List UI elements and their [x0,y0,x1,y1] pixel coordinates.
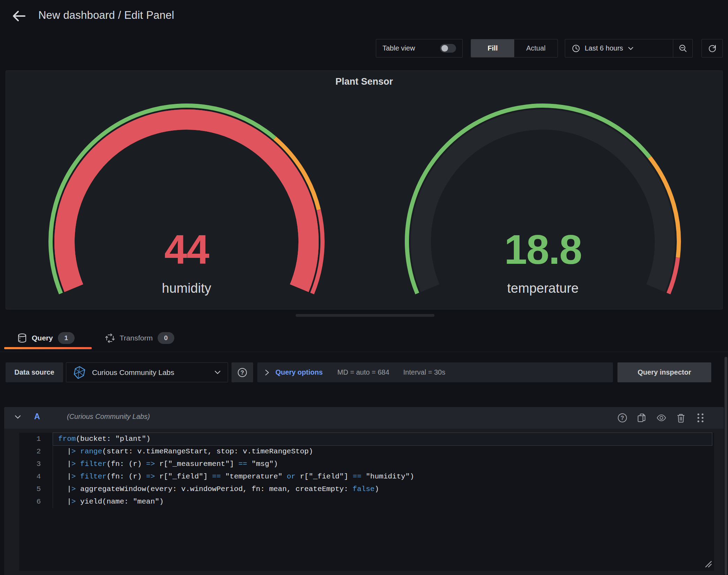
line-number: 1 [19,433,53,445]
clock-icon [572,45,580,52]
active-tab-indicator [4,347,92,349]
tab-transform-label: Transform [120,334,153,342]
code-text: |> aggregateWindow(every: v.windowPeriod… [53,483,712,496]
plant-sensor-panel: Plant Sensor 44 humidity 18.8 temperatur… [6,70,723,309]
toggle-visibility-button[interactable] [657,413,666,423]
code-line[interactable]: 2 |> range(start: v.timeRangeStart, stop… [19,445,714,458]
trash-icon [676,413,685,423]
fill-actual-segmented: Fill Actual [471,39,558,58]
query-options-link[interactable]: Query options [275,368,323,376]
collapse-chevron-icon[interactable] [15,415,21,419]
code-text: |> filter(fn: (r) => r["_field"] == "tem… [53,470,712,483]
query-inspector-button[interactable]: Query inspector [617,362,711,382]
data-source-value: Curious Community Labs [92,368,208,377]
table-view-label: Table view [382,44,415,52]
code-text: |> range(start: v.timeRangeStart, stop: … [53,445,712,458]
flux-query-editor[interactable]: 1from(bucket: "plant")2 |> range(start: … [19,433,714,571]
transform-icon [105,334,115,343]
back-button[interactable] [10,8,27,24]
time-range-label: Last 6 hours [585,44,623,52]
page-scrollbar-thumb[interactable] [725,357,727,575]
query-ref-id: A [34,412,40,421]
editor-resize-grip[interactable] [704,560,712,569]
table-view-toggle[interactable] [440,44,456,53]
temperature-value: 18.8 [431,227,654,273]
interval-stat: Interval = 30s [403,368,446,376]
time-range-group: Last 6 hours [565,39,693,58]
fill-button[interactable]: Fill [471,39,514,57]
query-row-header[interactable]: A (Curious Community Labs) ? [4,407,724,429]
line-number: 3 [19,458,53,470]
code-line[interactable]: 1from(bucket: "plant") [19,433,714,445]
chevron-down-icon [214,370,221,374]
page-title: New dashboard / Edit Panel [38,9,174,22]
code-line[interactable]: 6 |> yield(name: "mean") [19,496,714,508]
tab-query-count: 1 [58,332,75,344]
code-line[interactable]: 4 |> filter(fn: (r) => r["_field"] == "t… [19,470,714,483]
actual-button[interactable]: Actual [514,39,558,57]
line-number: 5 [19,483,53,496]
humidity-value: 44 [75,227,298,273]
eye-icon [657,413,666,423]
grafana-edit-panel-screen: { "header": { "title": "New dashboard / … [0,0,728,575]
query-row-actions: ? [617,407,705,429]
tab-transform-count: 0 [158,332,174,344]
toggle-knob [441,45,448,52]
resize-grip-icon [704,560,712,568]
grip-icon [697,413,704,423]
gauge-threshold-band [668,258,678,293]
drag-query-handle[interactable] [696,413,705,423]
panel-title: Plant Sensor [6,76,722,87]
delete-query-button[interactable] [676,413,686,423]
refresh-icon [708,44,717,53]
tab-transform[interactable]: Transform 0 [105,330,174,346]
query-options-bar: Query options MD = auto = 684 Interval =… [257,362,613,382]
chevron-right-icon[interactable] [265,369,269,376]
svg-text:?: ? [241,370,244,376]
data-source-help-button[interactable]: ? [232,362,253,382]
svg-text:?: ? [621,415,624,421]
tab-query[interactable]: Query 1 [17,330,75,346]
tabs-divider [0,352,728,352]
humidity-label: humidity [75,281,298,296]
query-help-button[interactable]: ? [617,413,627,423]
help-circle-icon: ? [617,413,627,423]
panel-resize-handle[interactable] [296,314,434,317]
gauge-threshold-band [275,138,319,210]
chevron-down-icon [628,47,634,50]
duplicate-query-button[interactable] [637,413,647,423]
line-number: 6 [19,496,53,508]
gauge-threshold-band [312,210,323,293]
code-text: |> filter(fn: (r) => r["_measurement"] =… [53,458,712,470]
max-data-points-stat: MD = auto = 684 [338,368,389,376]
line-number: 4 [19,470,53,483]
data-source-select[interactable]: Curious Community Labs [66,362,228,382]
code-text: |> yield(name: "mean") [53,496,712,508]
influxdb-logo-icon [73,366,86,379]
zoom-out-time-button[interactable] [673,39,692,57]
query-editor-card: A (Curious Community Labs) ? [4,407,724,575]
refresh-button[interactable] [702,39,723,58]
help-circle-icon: ? [237,368,247,377]
zoom-out-icon [679,44,687,53]
time-range-picker[interactable]: Last 6 hours [565,39,673,57]
copy-icon [637,413,647,423]
line-number: 2 [19,445,53,458]
query-datasource-hint: (Curious Community Labs) [67,413,150,421]
temperature-label: temperature [431,281,654,296]
code-line[interactable]: 5 |> aggregateWindow(every: v.windowPeri… [19,483,714,496]
code-line[interactable]: 3 |> filter(fn: (r) => r["_measurement"]… [19,458,714,470]
code-text: from(bucket: "plant") [53,433,712,445]
arrow-left-icon [12,10,25,22]
database-icon [17,333,27,343]
tab-query-label: Query [32,334,53,342]
data-source-label: Data source [6,362,63,382]
table-view-control: Table view [376,39,463,58]
